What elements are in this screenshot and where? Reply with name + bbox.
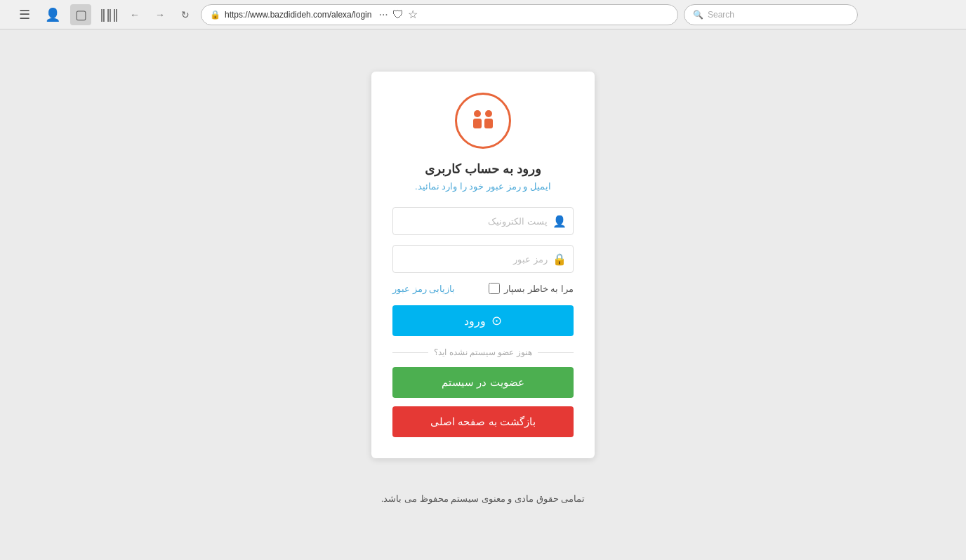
more-options-button[interactable]: ··· [378, 8, 388, 21]
back-to-home-button[interactable]: بازگشت به صفحه اصلی [392, 406, 574, 437]
svg-point-0 [474, 110, 481, 117]
browser-toolbar-right: ‖‖‖ ▢ 👤 ☰ [14, 4, 119, 25]
address-bar-area: ← → ↻ 🔒 https://www.bazdidideh.com/alexa… [125, 4, 958, 25]
bookmark-shield-button[interactable]: 🛡 [392, 8, 404, 21]
login-button-label: ورود [464, 314, 486, 328]
divider-left [538, 352, 574, 353]
password-input-group: 🔒 [392, 245, 574, 273]
login-card: ورود به حساب کاربری ایمیل و رمز عبور خود… [371, 72, 595, 458]
card-subtitle: ایمیل و رمز عبور خود را وارد نمائید. [415, 181, 551, 192]
remember-checkbox[interactable] [489, 283, 500, 294]
logo-circle [455, 93, 511, 149]
search-icon: 🔍 [693, 10, 703, 20]
remember-label: مرا به خاطر بسپار [504, 284, 574, 294]
divider-row: هنوز عضو سیستم نشده اید؟ [392, 347, 574, 357]
sync-button[interactable]: ▢ [70, 4, 91, 25]
menu-button[interactable]: ☰ [14, 4, 35, 25]
subtitle-email: ایمیل [530, 181, 551, 192]
password-input[interactable] [392, 245, 574, 273]
card-title: ورود به حساب کاربری [425, 161, 541, 177]
subtitle-password: رمز عبور [487, 181, 521, 192]
remember-row: مرا به خاطر بسپار بازیابی رمز عبور [392, 283, 574, 294]
remember-right: مرا به خاطر بسپار [489, 283, 574, 294]
account-button[interactable]: 👤 [42, 4, 63, 25]
lock-icon: 🔒 [210, 10, 220, 20]
register-button[interactable]: عضویت در سیستم [392, 367, 574, 398]
back-button-label: بازگشت به صفحه اصلی [430, 415, 536, 427]
reload-button[interactable]: ↻ [176, 5, 195, 25]
star-button[interactable]: ☆ [408, 8, 418, 21]
library-button[interactable]: ‖‖‖ [98, 4, 119, 25]
search-placeholder: Search [708, 10, 734, 20]
login-circle-icon: ⊙ [491, 313, 502, 328]
login-button[interactable]: ⊙ ورود [392, 305, 574, 336]
forgot-password-link[interactable]: بازیابی رمز عبور [392, 284, 455, 294]
address-bar[interactable]: 🔒 https://www.bazdidideh.com/alexa/login… [201, 4, 678, 25]
svg-rect-3 [484, 119, 493, 128]
page-content: ورود به حساب کاربری ایمیل و رمز عبور خود… [0, 29, 966, 560]
url-text: https://www.bazdidideh.com/alexa/login [225, 10, 371, 20]
user-icon: 👤 [553, 215, 567, 228]
browser-chrome: ← → ↻ 🔒 https://www.bazdidideh.com/alexa… [0, 0, 966, 29]
not-member-text: هنوز عضو سیستم نشده اید؟ [434, 347, 531, 357]
email-input-group: 👤 [392, 207, 574, 235]
address-bar-actions: ··· 🛡 ☆ [378, 8, 417, 21]
footer-text: تمامی حقوق مادی و معنوی سیستم محفوظ می ب… [381, 493, 585, 504]
divider-right [392, 352, 428, 353]
search-bar-container[interactable]: 🔍 Search [684, 4, 858, 25]
register-button-label: عضویت در سیستم [442, 376, 524, 388]
svg-rect-1 [473, 119, 482, 128]
email-input[interactable] [392, 207, 574, 235]
back-button[interactable]: ← [125, 5, 145, 25]
lock-field-icon: 🔒 [553, 253, 567, 266]
logo-icon [466, 104, 500, 138]
forward-button[interactable]: → [150, 5, 170, 25]
svg-point-2 [485, 110, 492, 117]
